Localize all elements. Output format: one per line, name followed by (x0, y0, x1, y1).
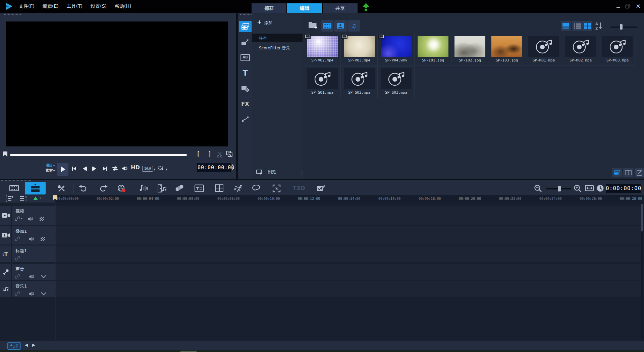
ripple-edit-icon[interactable] (33, 196, 38, 201)
track-mute-icon[interactable] (29, 274, 35, 279)
restore-icon[interactable] (626, 4, 630, 8)
waveform-toggle-icon[interactable] (41, 292, 47, 296)
repeat-button[interactable] (111, 166, 119, 171)
list-view-button[interactable] (572, 21, 582, 31)
track-lane-overlay[interactable] (55, 226, 641, 245)
timeline-zoom-slider-thumb[interactable] (558, 186, 561, 191)
subtitle-editor-button[interactable]: T (195, 184, 204, 192)
mask-creator-button[interactable] (317, 184, 325, 192)
playhead-marker-icon[interactable] (53, 195, 57, 201)
scroll-mode-button[interactable] (7, 342, 21, 350)
track-mute-icon[interactable] (29, 291, 35, 296)
menu-help[interactable]: 帮助(H) (115, 3, 131, 9)
media-item[interactable]: SP-S02.mpa (341, 66, 378, 98)
morph-transition-button[interactable] (175, 184, 184, 192)
grid-view-button[interactable] (582, 21, 592, 31)
play-button[interactable] (57, 163, 68, 176)
go-start-button[interactable] (71, 166, 77, 171)
link-icon[interactable] (15, 256, 20, 261)
link-icon[interactable] (15, 274, 20, 279)
volume-button[interactable] (121, 166, 128, 171)
media-item[interactable]: SP-S01.mpa (304, 66, 341, 98)
auto-music-button[interactable] (158, 184, 166, 192)
trim-bar[interactable] (10, 154, 187, 156)
nav-title-button[interactable]: T (239, 67, 252, 79)
tab-capture[interactable]: 捕获 (252, 3, 286, 13)
track-manager-button[interactable] (5, 195, 13, 202)
go-end-button[interactable] (102, 166, 108, 171)
timeline-view-button[interactable] (25, 182, 46, 194)
thumbnail-size-slider-thumb[interactable] (620, 24, 623, 30)
waveform-toggle-icon[interactable] (41, 274, 47, 278)
horizontal-scrollbar-thumb[interactable] (180, 351, 197, 352)
tab-share[interactable]: 共享 (323, 3, 358, 13)
track-header-title[interactable]: 1T 标题1 (0, 246, 55, 262)
mark-out-button[interactable]: ] (208, 150, 211, 157)
menu-file[interactable]: 文件(F) (19, 3, 35, 9)
toolbox-button[interactable] (57, 184, 66, 192)
track-header-overlay[interactable]: 1 叠加1 (0, 226, 55, 245)
spin-down-icon[interactable]: ▼ (231, 167, 233, 172)
thumbnail-size-slider[interactable] (610, 27, 637, 28)
project-mode-button[interactable]: 项目─ (38, 163, 55, 168)
dual-view-button[interactable] (623, 168, 633, 177)
menu-edit[interactable]: 编辑(E) (43, 3, 59, 9)
motion-tracking-button[interactable] (234, 184, 244, 192)
category-samples[interactable]: 样本 (252, 34, 303, 42)
track-transparency-icon[interactable] (40, 217, 44, 221)
view-title-under-thumb-button[interactable] (561, 21, 571, 31)
media-item[interactable]: SP-M02.mpa (562, 34, 599, 66)
close-icon[interactable]: × (636, 2, 641, 10)
track-mute-icon[interactable] (28, 216, 34, 221)
nav-media-button[interactable] (239, 21, 252, 32)
media-item[interactable]: SP-I02.jpg (451, 34, 488, 66)
track-lane-voice[interactable] (55, 264, 641, 280)
split-screen-template-button[interactable] (215, 184, 223, 192)
panel-drag-handle[interactable] (3, 14, 21, 15)
record-capture-button[interactable] (117, 184, 126, 192)
scroll-right-button[interactable]: ▶ (32, 343, 35, 347)
enlarge-preview-icon[interactable] (158, 166, 165, 171)
edit-media-button[interactable] (635, 168, 644, 177)
project-duration-clock-icon[interactable] (596, 184, 604, 192)
storyboard-view-button[interactable] (9, 184, 19, 192)
track-mute-icon[interactable] (29, 236, 35, 241)
next-frame-button[interactable] (91, 166, 97, 171)
nav-overlay-button[interactable] (239, 83, 252, 94)
menu-tools[interactable]: 工具(T) (67, 3, 83, 9)
publish-upload-icon[interactable] (362, 3, 370, 11)
add-remove-track-button[interactable] (19, 195, 28, 202)
link-icon[interactable] (15, 236, 20, 241)
add-category-button[interactable]: + (257, 19, 262, 26)
tab-edit[interactable]: 编辑 (287, 3, 322, 13)
media-item[interactable]: SP-V02.mp4 (304, 34, 341, 66)
track-header-music[interactable]: 1 音乐1 (0, 281, 55, 297)
media-item[interactable]: SP-M01.mpa (525, 34, 562, 66)
nav-instant-project-button[interactable] (239, 36, 252, 48)
link-icon[interactable] (15, 216, 20, 221)
mark-in-button[interactable]: [ (197, 150, 200, 157)
fit-project-button[interactable] (585, 184, 594, 192)
preview-timecode[interactable]: 00:00:00:00 (197, 163, 231, 172)
track-transparency-icon[interactable] (41, 237, 45, 241)
media-item[interactable]: SP-V04.wmv (378, 34, 415, 66)
browse-button[interactable]: 浏览 (256, 169, 276, 175)
sound-mixer-button[interactable] (139, 184, 148, 192)
menu-settings[interactable]: 设置(S) (91, 3, 107, 9)
link-icon[interactable] (15, 291, 20, 296)
track-target-button[interactable] (272, 184, 281, 192)
enlarge-caret-icon[interactable]: ▼ (166, 168, 167, 171)
library-panel-button[interactable] (612, 168, 622, 177)
split-clip-scissors-icon[interactable] (217, 151, 223, 158)
sort-button[interactable]: A Z (595, 21, 602, 30)
spin-up-icon[interactable]: ▲ (231, 163, 233, 167)
playhead-line[interactable] (55, 203, 55, 340)
media-item[interactable]: SP-I01.jpg (415, 34, 451, 66)
track-lane-music[interactable] (55, 281, 641, 297)
track-header-video[interactable]: 视频 ▾ (0, 206, 55, 225)
zoom-out-button[interactable] (534, 184, 542, 192)
freehand-mask-button[interactable] (252, 184, 261, 192)
aspect-ratio-button[interactable]: 16:9 (142, 166, 153, 172)
track-lane-title[interactable] (55, 246, 641, 262)
track-lane-video[interactable] (55, 206, 641, 225)
